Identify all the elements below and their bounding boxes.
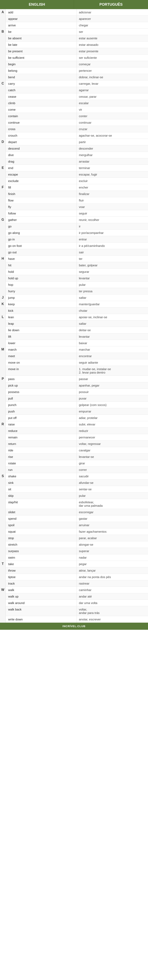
word-row: goir [6,223,148,230]
word-english: lift [6,333,77,340]
word-row: pushempurrar [6,408,148,415]
word-row: walk arounddar uma volta [6,600,148,606]
letter-marker-w: W [0,587,6,623]
word-row: benddobrar, inclinar-se [6,74,148,81]
word-row: be presentestar presente [6,48,148,54]
letter-marker-f: F [0,184,6,217]
word-english: track [6,580,77,587]
word-english: pick up [6,382,77,388]
word-english: throw [6,567,77,574]
word-rows-m: marchmarcharmeetencontrarmove onseguir a… [6,347,148,376]
word-row: takepegar [6,561,148,567]
word-english: sit [6,486,77,492]
word-row: beser [6,29,148,35]
word-row: flowfluir [6,197,148,204]
word-portuguese: rastrear [77,580,148,587]
word-row: keepmanter/guardar [6,301,148,307]
word-portuguese: segurar [77,269,148,275]
word-english: finish [6,191,77,197]
word-english: walk around [6,600,77,606]
word-english: squat [6,528,77,535]
word-english: move on [6,360,77,366]
word-portuguese: anotar, escrever [77,616,148,622]
word-portuguese: dobrar, inclinar-se [77,74,148,80]
word-portuguese: terminar [77,165,148,171]
word-row: stopparar, acabar [6,535,148,541]
word-english: end [6,165,77,171]
word-english: move in [6,366,77,375]
word-portuguese: ser suficiente [77,54,148,61]
word-rows-d: departpartirdescenddescenderdivemergulha… [6,139,148,165]
word-row: go outsair [6,249,148,256]
word-english: be absent [6,35,77,41]
word-english: meet [6,353,77,359]
word-row: meetencontrar [6,353,148,360]
word-list: AaddadicionarappearaparecerarrivechegarB… [0,9,148,623]
word-english: take [6,561,77,567]
word-english: climb [6,100,77,106]
word-portuguese: levantar-se [77,453,148,460]
word-portuguese: voltar,andar para trás [77,606,148,616]
word-portuguese: reduzir [77,428,148,434]
word-portuguese: marchar [77,347,148,353]
letter-marker-m: M [0,347,6,376]
word-english: depart [6,139,77,145]
word-portuguese: girar [77,460,148,466]
word-row: climbescalar [6,100,148,107]
word-row: sitsentar-se [6,486,148,493]
word-english: belong [6,67,77,74]
word-english: add [6,9,77,15]
word-portuguese: escorregar [77,509,148,515]
word-english: drag [6,158,77,165]
word-portuguese: sentar-se [77,486,148,492]
word-rows-l: leanapoiar-se, inclinar-seleapsaltarlie … [6,314,148,347]
word-english: fly [6,204,77,210]
word-portuguese: chutar [77,307,148,314]
word-row: begincomeçar [6,61,148,67]
word-english: punch [6,402,77,408]
word-rows-f: fillencherfinishfinalizarflowfluirflyvoa… [6,184,148,217]
word-portuguese: agachar-se, acocorar-se [77,132,148,138]
section-r: Rraisesubir, elevarreducereduzirremainpe… [0,421,148,473]
word-row: comevir [6,107,148,113]
word-english: skip [6,493,77,499]
word-row: reducereduzir [6,428,148,434]
section-f: Ffillencherfinishfinalizarflowfluirflyvo… [0,184,148,217]
word-row: appearaparecer [6,16,148,22]
word-portuguese: andar até [77,593,148,600]
letter-marker-c: C [0,81,6,139]
word-row: spoilarruinar [6,522,148,528]
word-portuguese: ir [77,223,148,229]
word-english: spoil [6,522,77,528]
header-english: ENGLISH [0,0,74,9]
word-english: hold up [6,275,77,282]
word-portuguese: vir [77,107,148,113]
letter-marker-k: K [0,301,6,314]
word-portuguese: bater, golpear [77,262,148,268]
section-b: Bbeserbe absentestar ausentebe lateestar… [0,29,148,81]
word-row: be lateestar atrasado [6,41,148,48]
word-english: hurry [6,288,77,294]
word-row: fillencher [6,184,148,191]
word-portuguese: escapar, fugir [77,171,148,178]
word-portuguese: voltar, regressar [77,441,148,447]
word-english: reduce [6,428,77,434]
word-rows-b: beserbe absentestar ausentebe lateestar … [6,29,148,81]
word-english: cease [6,94,77,100]
word-portuguese: entrar [77,236,148,242]
word-portuguese: cruzar [77,126,148,132]
word-portuguese: estar atrasado [77,41,148,48]
word-row: walk upandar até [6,593,148,600]
word-portuguese: cavalgar [77,447,148,453]
word-english: put off [6,415,77,421]
word-rows-t: takepegarthrowatirar, lançartiptoeandar … [6,561,148,587]
word-portuguese: apoiar-se, inclinar-se [77,314,148,320]
word-english: follow [6,210,77,216]
word-english: stretch [6,541,77,548]
word-english: catch [6,87,77,93]
word-english: tiptoe [6,574,77,580]
letter-marker-t: T [0,561,6,587]
word-rows-j: jumpsaltar [6,294,148,301]
word-english: go out [6,249,77,255]
word-row: sinkafundar-se [6,480,148,486]
